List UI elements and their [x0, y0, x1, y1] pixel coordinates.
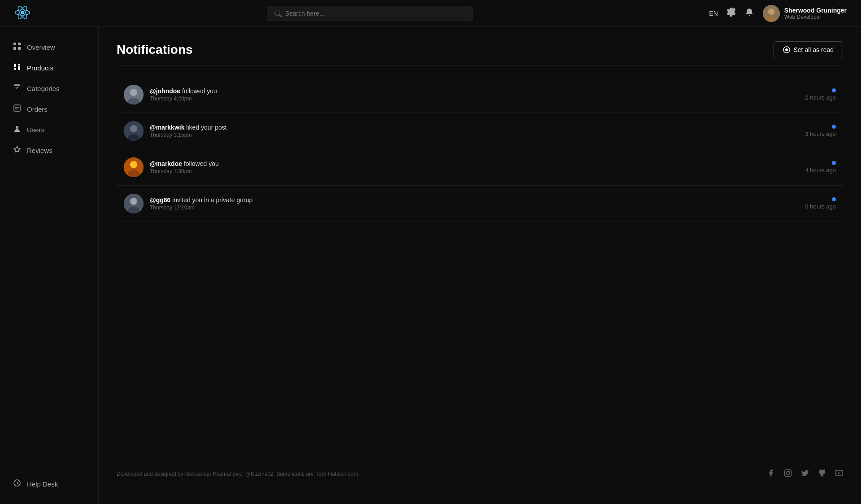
- notification-right: 4 hours ago: [805, 161, 836, 174]
- notification-right: 3 hours ago: [805, 125, 836, 137]
- avatar: [124, 85, 144, 104]
- unread-dot: [832, 161, 836, 165]
- sidebar-nav: Overview Products: [0, 38, 98, 467]
- notif-time-ago: 2 hours ago: [805, 94, 836, 101]
- notif-message: @markkwik liked your post: [150, 124, 227, 131]
- notif-username: @johndoe: [150, 87, 180, 95]
- read-icon: [783, 46, 790, 53]
- footer-social: [767, 469, 843, 479]
- sidebar-item-label: Users: [27, 126, 44, 134]
- user-name: Sherwood Gruninger: [784, 7, 847, 14]
- notif-message: @gg86 invited you in a private group: [150, 196, 252, 204]
- notif-text: @markdoe followed you Thursday 1:30pm: [150, 160, 219, 174]
- svg-rect-10: [18, 47, 21, 50]
- svg-rect-14: [18, 66, 20, 70]
- notifications-list: @johndoe followed you Thursday 4:20pm 2 …: [117, 77, 843, 222]
- search-icon: [274, 10, 282, 17]
- instagram-icon[interactable]: [784, 469, 792, 479]
- svg-marker-36: [838, 472, 840, 474]
- sidebar-item-label: Orders: [27, 105, 48, 113]
- bell-icon[interactable]: [745, 8, 754, 19]
- twitter-icon[interactable]: [801, 469, 809, 479]
- notif-message: @markdoe followed you: [150, 160, 219, 167]
- svg-rect-11: [14, 64, 16, 67]
- svg-point-28: [130, 161, 137, 168]
- settings-icon[interactable]: [727, 8, 736, 19]
- overview-icon: [13, 42, 22, 52]
- notif-time-ago: 4 hours ago: [805, 167, 836, 174]
- user-text: Sherwood Gruninger Web Developer: [784, 7, 847, 20]
- notification-item[interactable]: @markkwik liked your post Thursday 3:15p…: [117, 113, 843, 149]
- svg-point-16: [16, 126, 18, 129]
- svg-point-34: [786, 471, 790, 475]
- logo-icon[interactable]: [14, 4, 30, 22]
- sidebar-item-reviews[interactable]: Reviews: [7, 141, 91, 160]
- svg-rect-12: [14, 68, 16, 70]
- header: EN Sherwood Gruninger: [0, 0, 861, 27]
- sidebar-item-helpdesk[interactable]: Help Desk: [7, 474, 91, 493]
- reviews-icon: [13, 145, 22, 155]
- unread-dot: [832, 197, 836, 201]
- youtube-icon[interactable]: [835, 469, 843, 479]
- notification-item[interactable]: @markdoe followed you Thursday 1:30pm 4 …: [117, 149, 843, 186]
- footer: Developed and designed by Aleksandar Kuz…: [117, 458, 843, 490]
- page-header: Notifications Set all as read: [117, 41, 843, 66]
- header-left: [14, 4, 30, 22]
- sidebar-item-users[interactable]: Users: [7, 120, 91, 139]
- svg-rect-8: [18, 43, 21, 45]
- notif-time-ago: 3 hours ago: [805, 130, 836, 137]
- svg-rect-13: [18, 64, 20, 65]
- users-icon: [13, 125, 22, 135]
- user-role: Web Developer: [784, 14, 847, 20]
- notif-message: @johndoe followed you: [150, 87, 217, 95]
- unread-dot: [832, 125, 836, 129]
- set-all-read-button[interactable]: Set all as read: [774, 41, 844, 58]
- unread-dot: [832, 88, 836, 92]
- svg-rect-33: [785, 470, 791, 477]
- sidebar-item-label: Reviews: [27, 147, 52, 154]
- svg-point-31: [130, 198, 137, 205]
- notification-item[interactable]: @gg86 invited you in a private group Thu…: [117, 186, 843, 222]
- svg-marker-17: [14, 146, 20, 152]
- notif-text: @johndoe followed you Thursday 4:20pm: [150, 87, 217, 102]
- svg-point-20: [785, 48, 788, 51]
- page-title: Notifications: [117, 43, 193, 57]
- notification-item[interactable]: @johndoe followed you Thursday 4:20pm 2 …: [117, 77, 843, 113]
- notif-action: followed you: [180, 87, 217, 95]
- search-bar[interactable]: [267, 6, 473, 21]
- sidebar-item-overview[interactable]: Overview: [7, 38, 91, 56]
- sidebar-item-categories[interactable]: Categories: [7, 79, 91, 98]
- header-right: EN Sherwood Gruninger: [709, 5, 847, 22]
- avatar: [124, 194, 144, 213]
- notif-action: liked your post: [184, 124, 226, 131]
- svg-point-35: [789, 471, 790, 472]
- footer-text: Developed and designed by Aleksandar Kuz…: [117, 471, 360, 477]
- avatar: [763, 5, 780, 22]
- notif-date: Thursday 3:15pm: [150, 132, 227, 138]
- svg-point-22: [130, 89, 137, 96]
- github-icon[interactable]: [818, 469, 826, 479]
- categories-icon: [13, 83, 22, 93]
- main-content: Notifications Set all as read: [99, 27, 861, 504]
- notification-right: 2 hours ago: [805, 88, 836, 101]
- notif-text: @gg86 invited you in a private group Thu…: [150, 196, 252, 211]
- search-input[interactable]: [285, 10, 465, 17]
- sidebar-item-label: Categories: [27, 85, 60, 92]
- orders-icon: [13, 104, 22, 114]
- sidebar-bottom: Help Desk: [0, 467, 98, 493]
- user-profile[interactable]: Sherwood Gruninger Web Developer: [763, 5, 847, 22]
- sidebar-item-products[interactable]: Products: [7, 58, 91, 77]
- set-all-read-label: Set all as read: [794, 46, 834, 53]
- notification-left: @markdoe followed you Thursday 1:30pm: [124, 157, 219, 177]
- notif-text: @markkwik liked your post Thursday 3:15p…: [150, 124, 227, 138]
- sidebar-item-orders[interactable]: Orders: [7, 100, 91, 118]
- notification-left: @johndoe followed you Thursday 4:20pm: [124, 85, 217, 104]
- notif-username: @gg86: [150, 196, 170, 204]
- svg-point-5: [768, 9, 774, 15]
- sidebar-item-label: Overview: [27, 43, 55, 51]
- svg-rect-15: [14, 105, 20, 111]
- notification-left: @markkwik liked your post Thursday 3:15p…: [124, 121, 227, 141]
- svg-rect-9: [13, 47, 16, 50]
- svg-point-0: [21, 11, 24, 14]
- facebook-icon[interactable]: [767, 469, 775, 479]
